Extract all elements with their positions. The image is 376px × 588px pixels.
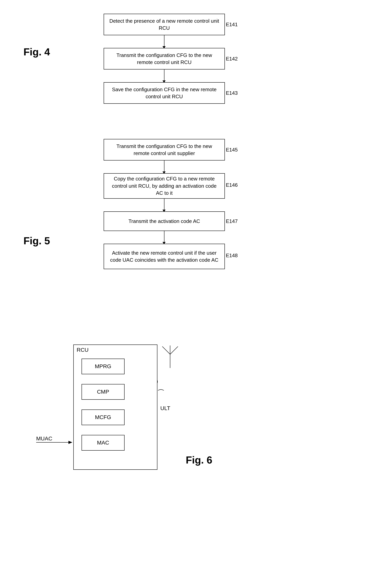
cmp-box: CMP xyxy=(82,384,125,400)
label-e148: E148 xyxy=(226,252,238,259)
svg-line-4 xyxy=(170,347,178,354)
connector-4 xyxy=(164,199,164,210)
label-e146: E146 xyxy=(226,182,238,188)
connector-1 xyxy=(164,35,164,47)
box-e146: Copy the configuration CFG to a new remo… xyxy=(104,173,225,199)
connector-5 xyxy=(164,231,164,243)
mac-box: MAC xyxy=(82,435,125,451)
fig6-label: Fig. 6 xyxy=(186,454,212,466)
antenna-icon xyxy=(158,345,182,368)
box-e145: Transmit the configuration CFG to the ne… xyxy=(104,139,225,161)
box-e148: Activate the new remote control unit if … xyxy=(104,244,225,269)
label-e142: E142 xyxy=(226,56,238,62)
box-e141: Detect the presence of a new remote cont… xyxy=(104,14,225,35)
page: Fig. 4 Detect the presence of a new remo… xyxy=(0,0,376,588)
fig5-label: Fig. 5 xyxy=(23,235,50,247)
mprg-box: MPRG xyxy=(82,359,125,374)
label-e143: E143 xyxy=(226,90,238,96)
svg-marker-1 xyxy=(68,441,72,444)
box-e147: Transmit the activation code AC xyxy=(104,211,225,231)
rcu-box: RCU MPRG CMP MCFG MAC xyxy=(73,345,157,470)
box-e143: Save the configuration CFG in the new re… xyxy=(104,82,225,104)
label-e141: E141 xyxy=(226,22,238,28)
fig4-label: Fig. 4 xyxy=(23,46,50,58)
mcfg-box: MCFG xyxy=(82,410,125,425)
svg-line-3 xyxy=(162,347,170,354)
connector-2 xyxy=(164,69,164,81)
ult-label: ULT xyxy=(160,405,170,412)
muac-arrow xyxy=(36,438,75,446)
connector-3 xyxy=(164,161,164,172)
rcu-label: RCU xyxy=(77,347,89,353)
label-e145: E145 xyxy=(226,147,238,153)
box-e142: Transmit the configuration CFG to the ne… xyxy=(104,48,225,69)
ult-h-connector xyxy=(157,388,180,393)
label-e147: E147 xyxy=(226,218,238,224)
